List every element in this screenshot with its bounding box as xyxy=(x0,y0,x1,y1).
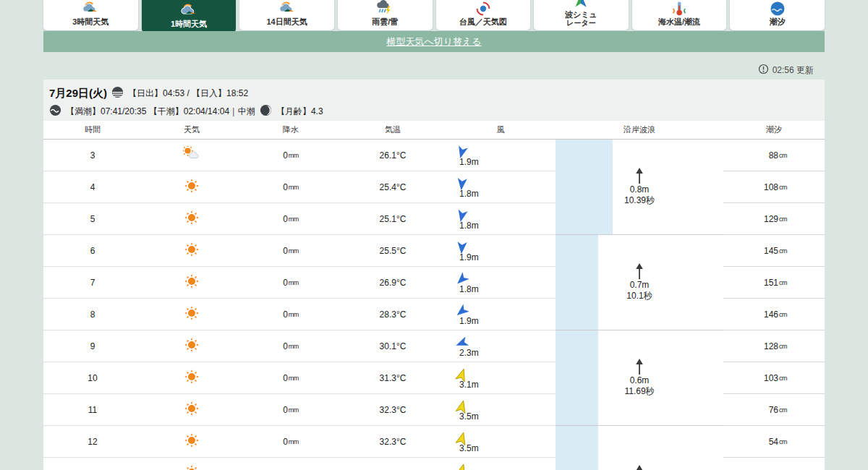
wind-cell: 3.5m xyxy=(446,458,556,470)
tide-times-label: 【満潮】07:41/20:35 【干潮】02:04/14:04｜中潮 xyxy=(66,106,255,118)
wave-column: 0.8m 10.39秒 0.7m 10.1秒 0.6m 11.69秒 xyxy=(556,140,723,470)
tide-cell: 146cm xyxy=(723,299,825,330)
hour-cell: 9 xyxy=(43,330,142,362)
tide-unit: cm xyxy=(779,184,787,191)
tab-3hour-weather[interactable]: 3時間天気 xyxy=(43,0,138,30)
tab-bar: 3時間天気 1時間天気 14日間天気 雨雲/雷 台風／天気図 波シミュレーター … xyxy=(43,0,825,33)
tab-label: 14日間天気 xyxy=(266,18,307,27)
table-row: 13 0mm 32.4°C 3.5m xyxy=(43,458,556,470)
temp-value: 25.1°C xyxy=(380,214,407,224)
table-row: 9 0mm 30.1°C 2.3m xyxy=(43,330,556,362)
tide-unit: cm xyxy=(779,152,787,159)
tab-typhoon-weather-map[interactable]: 台風／天気図 xyxy=(436,0,531,30)
precip-cell: 0mm xyxy=(242,140,340,171)
weather-icon xyxy=(184,369,200,387)
tide-value: 129 xyxy=(764,214,778,224)
header-coastal-wave: 沿岸波浪 xyxy=(556,124,723,135)
table-body: 3 0mm 26.1°C 1.9m 4 0mm 25.4°C 1.8m 5 0m… xyxy=(43,140,825,470)
wave-up-arrow-icon xyxy=(635,263,644,280)
wind-cell: 1.9m xyxy=(446,235,556,266)
weather-cell xyxy=(142,235,242,266)
wave-period: 10.39秒 xyxy=(624,195,655,206)
precip-unit: mm xyxy=(289,279,299,286)
switch-to-horizontal-link[interactable]: 横型天気へ切り替える xyxy=(386,35,481,48)
tide-unit: cm xyxy=(779,375,787,382)
wave-height-band xyxy=(556,426,598,470)
hour-label: 12 xyxy=(88,437,97,447)
header-wind: 風 xyxy=(446,124,556,135)
tide-cell: 42cm xyxy=(723,458,825,470)
hour-cell: 12 xyxy=(43,426,142,457)
tide-unit: cm xyxy=(779,343,787,350)
weather-cell xyxy=(142,299,242,330)
temp-value: 32.3°C xyxy=(380,405,407,415)
tide-value: 145 xyxy=(764,246,778,256)
weather-icon xyxy=(184,305,200,323)
weather-icon xyxy=(184,273,200,291)
precip-value: 0 xyxy=(283,278,288,288)
header-weather: 天気 xyxy=(142,124,242,135)
precip-cell: 0mm xyxy=(242,299,340,330)
precip-unit: mm xyxy=(289,311,299,318)
precip-unit: mm xyxy=(289,406,299,414)
moon-age-label: 【月齢】4.3 xyxy=(276,106,323,118)
hour-label: 3 xyxy=(90,150,95,161)
tide-cell: 88cm xyxy=(723,140,825,171)
tab-wave-simulator[interactable]: 波シミュレーター xyxy=(534,0,629,30)
precip-value: 0 xyxy=(283,246,288,256)
hour-cell: 7 xyxy=(43,267,142,298)
table-row: 12 0mm 32.3°C 3.5m xyxy=(43,426,556,458)
tide-unit: cm xyxy=(779,279,787,286)
weather-cell xyxy=(142,362,242,393)
hour-label: 4 xyxy=(90,182,95,192)
tab-rain-cloud-thunder[interactable]: 雨雲/雷 xyxy=(338,0,433,30)
precip-unit: mm xyxy=(289,438,299,445)
hour-cell: 3 xyxy=(43,140,142,171)
tab-tide[interactable]: 潮汐 xyxy=(730,0,825,30)
temp-cell: 26.1°C xyxy=(340,140,446,171)
wave-height-band xyxy=(556,330,598,425)
tide-column: 88cm108cm129cm145cm151cm146cm128cm103cm7… xyxy=(723,140,825,470)
hour-cell: 11 xyxy=(43,394,142,425)
weather-cell xyxy=(142,394,242,425)
temp-value: 32.3°C xyxy=(380,437,407,447)
tide-value: 151 xyxy=(764,278,778,288)
hour-label: 5 xyxy=(90,214,95,224)
moon-icon xyxy=(260,104,272,119)
precip-cell: 0mm xyxy=(242,171,340,202)
header-precip: 降水 xyxy=(242,124,340,135)
weather-cell xyxy=(142,140,242,171)
precip-cell: 0mm xyxy=(242,330,340,362)
header-tide: 潮汐 xyxy=(723,124,825,135)
sunrise-icon xyxy=(111,86,124,101)
precip-cell: 0mm xyxy=(242,203,340,234)
precip-value: 0 xyxy=(283,437,288,447)
wave-icon xyxy=(49,104,61,119)
wave-up-arrow-icon xyxy=(635,359,644,375)
temp-cell: 26.9°C xyxy=(340,267,446,298)
temp-cell: 32.3°C xyxy=(340,394,446,425)
precip-cell: 0mm xyxy=(242,394,340,425)
tab-1hour-weather[interactable]: 1時間天気 xyxy=(142,0,237,33)
tide-unit: cm xyxy=(779,311,787,318)
precip-unit: mm xyxy=(289,343,299,350)
tab-label: 台風／天気図 xyxy=(459,18,507,27)
weather-icon xyxy=(184,432,200,450)
tide-cell: 145cm xyxy=(723,235,825,267)
precip-value: 0 xyxy=(283,214,288,224)
tab-sea-temp-current[interactable]: 海水温/潮流 xyxy=(632,0,727,30)
precip-value: 0 xyxy=(283,150,288,161)
tab-14day-weather[interactable]: 14日間天気 xyxy=(239,0,334,30)
rain-thunder-icon xyxy=(375,8,394,18)
wind-speed: 1.8m xyxy=(459,221,479,231)
precip-cell: 0mm xyxy=(242,458,340,470)
temp-cell: 25.5°C xyxy=(340,235,446,266)
precip-value: 0 xyxy=(283,341,288,351)
sunrise-sunset-label: 【日出】04:53 / 【日入】18:52 xyxy=(128,87,248,100)
hour-label: 8 xyxy=(90,309,95,320)
wind-cell: 1.9m xyxy=(446,140,556,171)
tide-unit: cm xyxy=(779,247,787,255)
wind-cell: 1.8m xyxy=(446,203,556,234)
wind-speed: 1.8m xyxy=(459,189,479,199)
weather-cell xyxy=(142,458,242,470)
